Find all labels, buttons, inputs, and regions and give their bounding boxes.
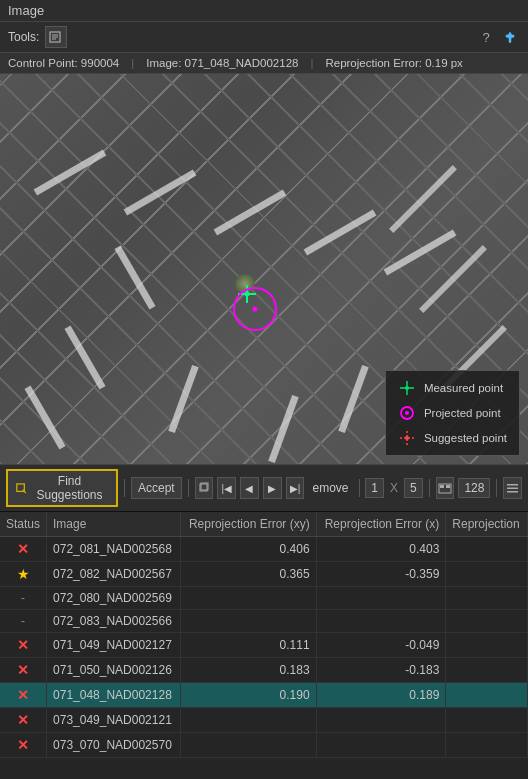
pin-button[interactable] [500,27,520,47]
projected-label: Projected point [424,407,501,419]
cell-error-x: 0.189 [316,683,446,708]
cell-status: ✕ [0,708,47,733]
control-point-info: Control Point: 990004 [8,57,119,69]
cell-error-x: -0.049 [316,633,446,658]
status-x-icon: ✕ [17,737,29,753]
cell-status: ✕ [0,683,47,708]
svg-rect-17 [440,485,444,488]
cell-error-x [316,708,446,733]
window-title: Image [8,3,44,18]
separator-2 [188,479,189,497]
separator-5 [496,479,497,497]
table-row[interactable]: ✕071_049_NAD0021270.111-0.049 [0,633,528,658]
cell-status: ✕ [0,733,47,758]
col-status: Status [0,512,47,537]
toolbar-row: Tools: ? [0,22,528,53]
cell-error-x: 0.403 [316,537,446,562]
cell-error-x [316,610,446,633]
cell-status: ✕ [0,658,47,683]
cell-reprojection [446,562,528,587]
cell-image: 073_049_NAD002121 [47,708,181,733]
sep1: | [131,57,134,69]
projected-icon [398,404,416,422]
cell-error-xy: 0.406 [180,537,316,562]
svg-rect-19 [507,484,518,486]
last-button[interactable]: ▶| [286,477,305,499]
cell-error-xy: 0.111 [180,633,316,658]
sep2: | [310,57,313,69]
measured-label: Measured point [424,382,503,394]
next-button[interactable]: ▶ [263,477,282,499]
cell-image: 071_049_NAD002127 [47,633,181,658]
status-x-icon: ✕ [17,637,29,653]
copy-button[interactable] [195,477,214,499]
cell-error-xy [180,708,316,733]
reprojection-table: Status Image Reprojection Error (xy) Rep… [0,512,528,758]
table-row[interactable]: -072_080_NAD002569 [0,587,528,610]
cell-reprojection [446,658,528,683]
table-row[interactable]: -072_083_NAD002566 [0,610,528,633]
bottom-toolbar: Find Suggestions Accept |◀ ◀ ▶ ▶| emove … [0,464,528,512]
legend-suggested: Suggested point [398,429,507,447]
table-container[interactable]: Status Image Reprojection Error (xy) Rep… [0,512,528,779]
toolbar-right: ? [476,27,520,47]
status-star-icon: ★ [17,566,30,582]
zoom-level: 128 [458,478,490,498]
reprojection-info: Reprojection Error: 0.19 px [325,57,462,69]
table-row[interactable]: ✕071_050_NAD0021260.183-0.183 [0,658,528,683]
table-body: ✕072_081_NAD0025680.4060.403★072_082_NAD… [0,537,528,758]
cell-status: ★ [0,562,47,587]
cell-status: ✕ [0,633,47,658]
svg-rect-18 [446,485,450,488]
thumbnail-button[interactable] [436,477,455,499]
first-button[interactable]: |◀ [217,477,236,499]
cell-image: 072_083_NAD002566 [47,610,181,633]
tools-dropdown[interactable] [45,26,67,48]
find-suggestions-button[interactable]: Find Suggestions [6,469,118,507]
table-row[interactable]: ✕071_048_NAD0021280.1900.189 [0,683,528,708]
svg-point-11 [405,436,409,440]
prev-button[interactable]: ◀ [240,477,259,499]
cell-reprojection [446,587,528,610]
status-x-icon: ✕ [17,662,29,678]
find-suggestions-label: Find Suggestions [31,474,108,502]
table-row[interactable]: ★072_082_NAD0025670.365-0.359 [0,562,528,587]
suggested-label: Suggested point [424,432,507,444]
table-row[interactable]: ✕073_049_NAD002121 [0,708,528,733]
status-dash-icon: - [21,614,25,628]
separator-4 [429,479,430,497]
cell-error-xy: 0.365 [180,562,316,587]
cell-reprojection [446,633,528,658]
cell-status: - [0,610,47,633]
cell-error-xy [180,610,316,633]
svg-point-8 [405,411,409,415]
title-bar: Image [0,0,528,22]
separator-3 [359,479,360,497]
settings-button[interactable] [503,477,522,499]
table-row[interactable]: ✕073_070_NAD002570 [0,733,528,758]
cell-reprojection [446,733,528,758]
svg-point-6 [405,386,409,390]
cell-reprojection [446,683,528,708]
projected-dot [253,307,258,312]
image-viewport: Measured point Projected point [0,74,528,464]
cell-error-xy: 0.190 [180,683,316,708]
status-dash-icon: - [21,591,25,605]
remove-button[interactable]: emove [308,479,352,497]
status-x-icon: ✕ [17,712,29,728]
counter-right: 5 [404,478,423,498]
cell-error-x [316,733,446,758]
find-icon [16,482,27,495]
counter-left: 1 [365,478,384,498]
cell-image: 072_080_NAD002569 [47,587,181,610]
table-row[interactable]: ✕072_081_NAD0025680.4060.403 [0,537,528,562]
accept-button[interactable]: Accept [131,477,182,499]
cell-image: 073_070_NAD002570 [47,733,181,758]
cell-reprojection [446,537,528,562]
cell-error-xy [180,733,316,758]
cell-error-x: -0.183 [316,658,446,683]
legend-projected: Projected point [398,404,507,422]
help-button[interactable]: ? [476,27,496,47]
cell-image: 071_050_NAD002126 [47,658,181,683]
svg-rect-21 [507,491,518,493]
